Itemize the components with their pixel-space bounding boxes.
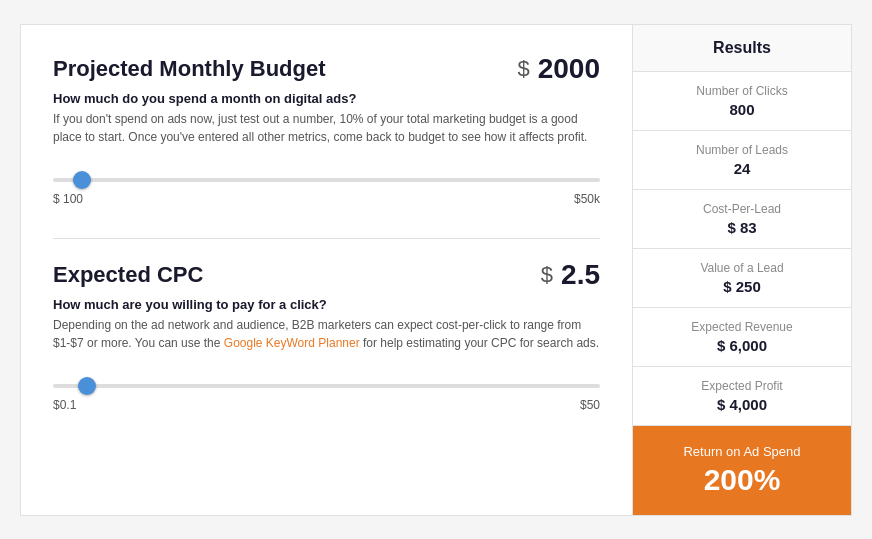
- budget-desc: If you don't spend on ads now, just test…: [53, 110, 600, 146]
- result-lead-value: Value of a Lead $ 250: [633, 249, 851, 308]
- result-clicks-value: 800: [643, 101, 841, 118]
- result-clicks: Number of Clicks 800: [633, 72, 851, 131]
- cpc-header: Expected CPC $ 2.5: [53, 259, 600, 291]
- cpc-section: Expected CPC $ 2.5 How much are you will…: [53, 259, 600, 420]
- budget-max-label: $50k: [574, 192, 600, 206]
- cpc-dollar: $: [541, 262, 553, 288]
- budget-slider[interactable]: [53, 178, 600, 182]
- budget-slider-labels: $ 100 $50k: [53, 192, 600, 206]
- result-profit-value: $ 4,000: [643, 396, 841, 413]
- main-container: Projected Monthly Budget $ 2000 How much…: [20, 24, 852, 516]
- result-cpl-label: Cost-Per-Lead: [643, 202, 841, 216]
- results-body: Number of Clicks 800 Number of Leads 24 …: [633, 72, 851, 515]
- result-cpl-value: $ 83: [643, 219, 841, 236]
- section-divider: [53, 238, 600, 239]
- cpc-value: 2.5: [561, 259, 600, 291]
- result-profit-label: Expected Profit: [643, 379, 841, 393]
- budget-slider-wrapper: $ 100 $50k: [53, 160, 600, 214]
- result-leads-label: Number of Leads: [643, 143, 841, 157]
- budget-header: Projected Monthly Budget $ 2000: [53, 53, 600, 85]
- right-panel: Results Number of Clicks 800 Number of L…: [632, 24, 852, 516]
- results-header: Results: [633, 25, 851, 72]
- budget-subtitle: How much do you spend a month on digital…: [53, 91, 600, 106]
- result-cpl: Cost-Per-Lead $ 83: [633, 190, 851, 249]
- budget-value: 2000: [538, 53, 600, 85]
- budget-value-display: $ 2000: [517, 53, 600, 85]
- cpc-desc: Depending on the ad network and audience…: [53, 316, 600, 352]
- budget-section: Projected Monthly Budget $ 2000 How much…: [53, 53, 600, 214]
- cpc-slider-labels: $0.1 $50: [53, 398, 600, 412]
- cpc-desc-part2: for help estimating your CPC for search …: [360, 336, 599, 350]
- budget-slider-container: [53, 168, 600, 186]
- roas-value: 200%: [643, 463, 841, 497]
- result-profit: Expected Profit $ 4,000: [633, 367, 851, 426]
- budget-title: Projected Monthly Budget: [53, 56, 326, 82]
- cpc-min-label: $0.1: [53, 398, 76, 412]
- cpc-subtitle: How much are you willing to pay for a cl…: [53, 297, 600, 312]
- result-revenue-value: $ 6,000: [643, 337, 841, 354]
- result-revenue: Expected Revenue $ 6,000: [633, 308, 851, 367]
- result-lead-value-label: Value of a Lead: [643, 261, 841, 275]
- left-panel: Projected Monthly Budget $ 2000 How much…: [20, 24, 632, 516]
- result-clicks-label: Number of Clicks: [643, 84, 841, 98]
- result-leads-value: 24: [643, 160, 841, 177]
- cpc-slider[interactable]: [53, 384, 600, 388]
- result-lead-value-value: $ 250: [643, 278, 841, 295]
- budget-min-label: $ 100: [53, 192, 83, 206]
- google-keyword-planner-link[interactable]: Google KeyWord Planner: [224, 336, 360, 350]
- cpc-value-display: $ 2.5: [541, 259, 600, 291]
- cpc-title: Expected CPC: [53, 262, 203, 288]
- result-leads: Number of Leads 24: [633, 131, 851, 190]
- roas-block: Return on Ad Spend 200%: [633, 426, 851, 515]
- budget-dollar: $: [517, 56, 529, 82]
- result-revenue-label: Expected Revenue: [643, 320, 841, 334]
- cpc-max-label: $50: [580, 398, 600, 412]
- roas-label: Return on Ad Spend: [643, 444, 841, 459]
- cpc-slider-container: [53, 374, 600, 392]
- cpc-slider-wrapper: $0.1 $50: [53, 366, 600, 420]
